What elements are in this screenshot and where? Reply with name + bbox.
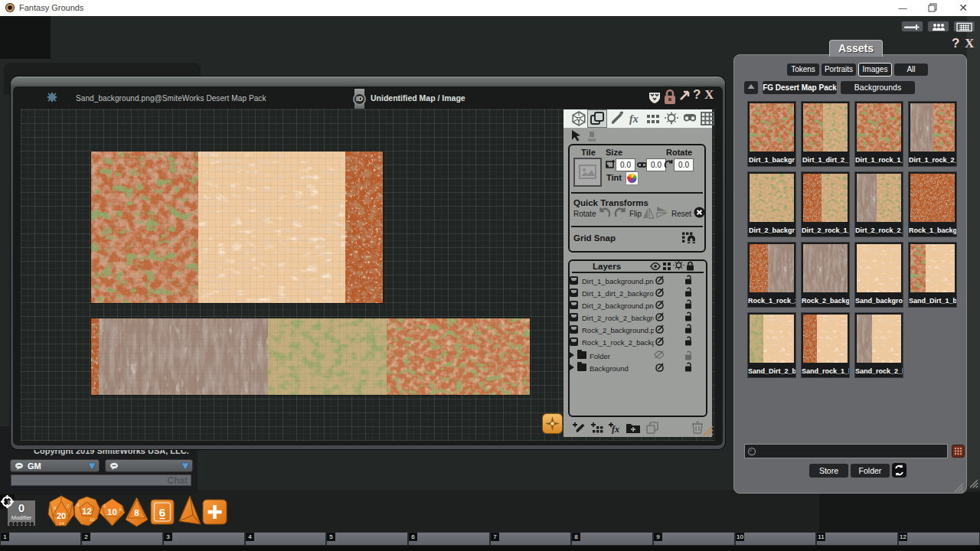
svg-text:6: 6	[159, 506, 165, 519]
svg-text:14: 14	[59, 521, 64, 526]
svg-text:fx: fx	[612, 424, 619, 434]
svg-text:12: 12	[82, 507, 92, 516]
svg-text:20: 20	[57, 511, 66, 520]
svg-text:8: 8	[134, 508, 139, 517]
svg-text:fx: fx	[629, 113, 639, 125]
svg-text:10: 10	[107, 507, 117, 517]
svg-text:10: 10	[90, 517, 95, 522]
